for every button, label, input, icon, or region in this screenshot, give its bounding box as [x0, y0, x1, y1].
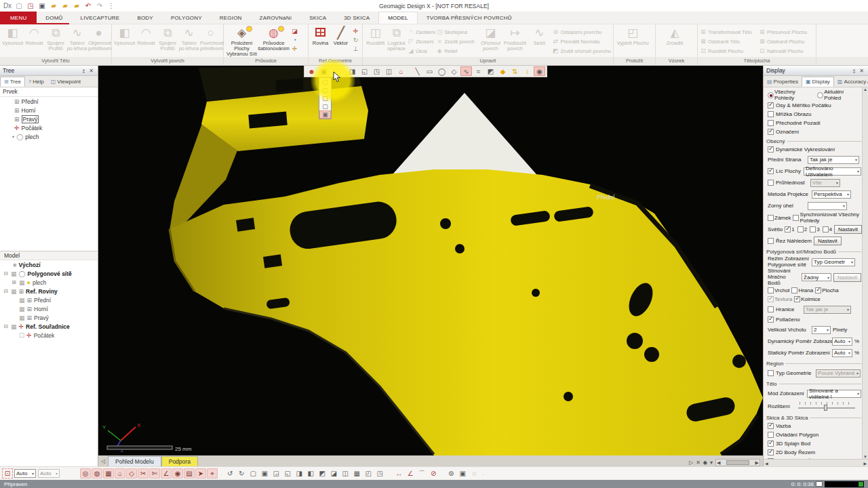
scroll-left-icon[interactable]: ◀	[765, 461, 768, 466]
model-canvas[interactable]: Přední X Y Z 25 mm	[98, 66, 763, 455]
panel-horizontal-scrollbar[interactable]: ◀▶	[764, 459, 868, 466]
tab-skica[interactable]: SKICA	[300, 12, 335, 24]
tab-region[interactable]: REGION	[211, 12, 251, 24]
replace-face-button[interactable]: ⊡Nahradit Plochu	[759, 46, 807, 56]
selection-filter-combo[interactable]: Auto▾	[14, 469, 36, 478]
view-right-icon[interactable]: ◨	[294, 468, 304, 479]
origin-button[interactable]: ✛	[351, 27, 360, 36]
tab-body[interactable]: BODY	[128, 12, 161, 24]
checkbox[interactable]	[768, 432, 774, 438]
circle-select-tool[interactable]: ◯	[436, 66, 448, 76]
light-3-checkbox[interactable]: 3	[810, 226, 819, 232]
light-4-checkbox[interactable]: 4	[823, 226, 832, 232]
zoom-redo-icon[interactable]: ↻	[236, 468, 247, 479]
projection-select[interactable]: Perspektiva▾	[812, 190, 851, 199]
wizard-mini-3[interactable]: ✛	[290, 45, 299, 54]
target-tool-icon[interactable]: ⌖	[207, 468, 218, 479]
model-item-predni[interactable]: ▦⊞Přední	[0, 296, 98, 304]
check-texture[interactable]: Textura	[768, 296, 792, 302]
measure-radius-icon[interactable]: ⌒	[416, 468, 427, 479]
check-labels[interactable]: Označení	[765, 127, 861, 136]
model-item-ref-roviny[interactable]: ⊟▦⊞Ref. Roviny	[0, 287, 98, 296]
scroll-right-icon[interactable]: ▶	[755, 460, 759, 466]
tab-polygony[interactable]: POLYGONY	[162, 12, 211, 24]
tab-viewpoint[interactable]: ◫Viewpoint	[47, 77, 84, 87]
flyout-view-option-1[interactable]: ▢	[319, 78, 331, 86]
view-angle-select[interactable]: ▾	[808, 202, 847, 210]
split-button[interactable]: ◫Rozdělit	[365, 26, 386, 52]
check-vazba[interactable]: Vazba	[765, 422, 861, 430]
home-view-icon[interactable]: ⌂	[115, 468, 125, 479]
option-suppressed[interactable]: Potlačeno	[765, 315, 861, 324]
revolve-solid-button[interactable]: ◠Rotovat	[24, 26, 45, 46]
flip-selection-tool[interactable]: ⇅	[509, 66, 521, 76]
view-top-left-icon[interactable]: ◱	[282, 468, 293, 479]
checkbox[interactable]	[768, 441, 774, 447]
untrim-button[interactable]: ◩Zrušit oříznutí povrchu	[552, 46, 611, 56]
close-icon[interactable]: ✕	[858, 68, 865, 74]
checkbox[interactable]	[768, 458, 774, 459]
horizontal-scrollbar[interactable]: ◀▶	[715, 459, 760, 466]
tab-domu[interactable]: DOMŮ	[37, 12, 71, 24]
dynamic-ratio-select[interactable]: Auto▾	[832, 338, 852, 346]
revolve-surface-button[interactable]: ◠Rotovat	[136, 26, 157, 46]
close-icon[interactable]: ✕	[87, 68, 95, 74]
loft-surface-button[interactable]: ⧉Spojení Profilů	[157, 26, 178, 52]
tab-livecapture[interactable]: LIVECAPTURE	[72, 12, 129, 24]
model-item-horni[interactable]: ▦⊞Horní	[0, 304, 98, 313]
solid-primitive-button[interactable]: ●Objemové primitivum	[88, 26, 109, 52]
separator[interactable]	[408, 66, 411, 76]
view-tab-podpora[interactable]: Podpora	[161, 456, 198, 466]
sew-button[interactable]: ∿Sešít	[527, 26, 551, 52]
check-origin-axes[interactable]: Osy & Měřítko Počátku	[765, 101, 861, 110]
viewport-layout-2-button[interactable]: ◳	[371, 66, 382, 76]
lasso-plus-select-tool[interactable]: ≈	[473, 66, 484, 76]
scroll-down-icon[interactable]: ▼	[863, 455, 867, 459]
pin-icon[interactable]: ‡	[80, 68, 87, 74]
check-image-grid[interactable]: Mřížka Obrazu	[765, 110, 861, 119]
view-left-icon[interactable]: ◧	[305, 468, 316, 479]
checkbox[interactable]	[768, 129, 774, 135]
boolean-button[interactable]: ⧉Logická operace	[386, 26, 407, 52]
option-dynamic-render[interactable]: Dynamické Vykreslování	[765, 145, 861, 154]
tab-menu[interactable]: MENU	[0, 12, 37, 24]
scroll-left-icon[interactable]: ◀	[717, 460, 720, 466]
view-iso-2-icon[interactable]: ◪	[328, 468, 339, 479]
tree-item-pravy[interactable]: ⊞Pravý	[0, 115, 98, 123]
plane-button[interactable]: Rovina	[311, 26, 330, 46]
line-select-tool[interactable]: ╲	[412, 66, 423, 76]
option-boundary[interactable]: Hranice Tak jak je▾	[765, 304, 861, 315]
vertex-size-select[interactable]: 2▾	[812, 326, 831, 334]
coordinate-button[interactable]: ⊥	[351, 45, 360, 54]
offset-surface-button[interactable]: ⊚Odsazení povrchu	[552, 27, 611, 37]
extrude-solid-button[interactable]: ◧Vysunout	[2, 26, 23, 46]
view-corner-2-icon[interactable]: ◳	[374, 468, 385, 479]
polygon-select-tool[interactable]: ◇	[448, 66, 460, 76]
light-setup-button[interactable]: Nastavit	[834, 225, 862, 234]
option-face-color[interactable]: Líc Plochy Definováno Uživatelem▾	[765, 165, 861, 177]
tree-item-pocatek[interactable]: ✛Počátek	[0, 123, 98, 132]
option-sync-views[interactable]: Synchronizovat Všechny Pohledy	[793, 211, 861, 224]
move-face-button[interactable]: ⊞Přesunout Plochu	[759, 27, 807, 37]
checkbox[interactable]	[768, 111, 774, 117]
delete-face-button[interactable]: ⊠Odstranit Plochu	[759, 37, 807, 46]
check-2d-polylajna-rezem[interactable]: 2D Polylajna Řezem	[765, 457, 861, 459]
zoom-undo-icon[interactable]: ↺	[224, 468, 235, 479]
static-ratio-select[interactable]: Auto▾	[832, 349, 852, 357]
snapshot-tool-icon[interactable]: ▣	[457, 468, 468, 479]
flyout-view-option-3[interactable]: ▢	[319, 94, 331, 102]
mesh-render-mode-select[interactable]: Typ Geometr▾	[812, 258, 855, 266]
view-split-icon[interactable]: ◫	[340, 468, 351, 479]
view-bottom-left-icon[interactable]: ◲	[271, 468, 281, 479]
radio-all-views[interactable]: Všechny Pohledy	[768, 89, 815, 101]
wizard-mini-2[interactable]: ◔	[290, 36, 299, 45]
trim-tool-icon[interactable]: ✄	[149, 468, 160, 479]
ghost-circle-icon[interactable]: ◌	[469, 468, 479, 479]
section-tool-icon[interactable]: ⊜	[446, 468, 456, 479]
viewport-layout-1-button[interactable]: ◱	[359, 66, 370, 76]
flyout-view-option-2[interactable]: ▢	[319, 86, 331, 94]
display-mode-button[interactable]: ◨	[347, 66, 358, 76]
view-tab-pohled-modelu[interactable]: Pohled Modelu	[108, 456, 161, 466]
delete-body-button[interactable]: ⊠Odstranit Tělo	[700, 37, 758, 46]
check-gradient-background[interactable]: Přechodné Pozadí	[765, 119, 861, 127]
